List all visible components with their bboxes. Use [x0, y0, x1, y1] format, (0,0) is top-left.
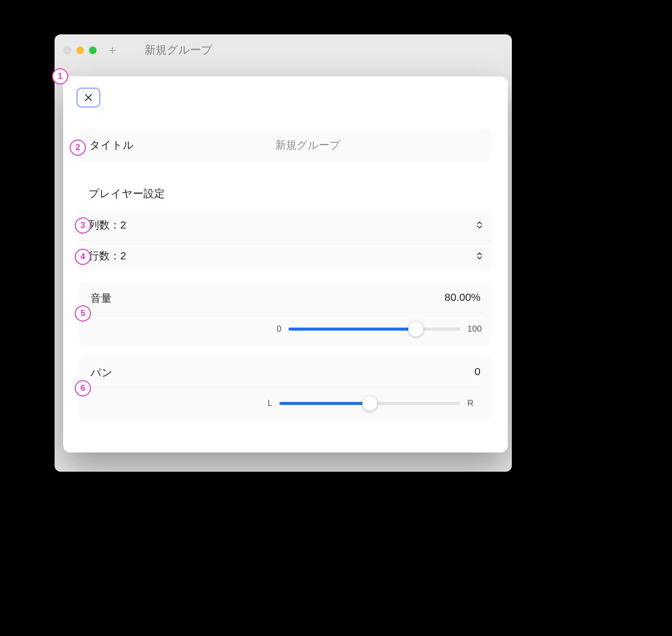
chevron-up-icon — [476, 252, 483, 256]
annotation-5: 5 — [75, 305, 91, 322]
volume-label: 音量 — [90, 291, 112, 305]
pan-right-label: R — [467, 398, 483, 408]
chevron-down-icon — [476, 225, 483, 229]
volume-card: 音量 80.00% 0 100 — [79, 282, 492, 345]
pan-value: 0 — [474, 366, 481, 380]
pan-slider[interactable] — [279, 402, 460, 405]
columns-label: 列数：2 — [88, 218, 126, 232]
title-label: タイトル — [89, 138, 134, 152]
volume-min-label: 0 — [274, 324, 281, 334]
annotation-4: 4 — [75, 249, 91, 265]
rows-stepper[interactable]: 行数：2 — [79, 240, 492, 271]
volume-max-label: 100 — [467, 324, 483, 334]
minimize-window-icon[interactable] — [76, 47, 84, 54]
titlebar: + 新規グループ — [55, 34, 512, 66]
add-button[interactable]: + — [109, 42, 116, 58]
layout-card: 列数：2 行数：2 — [79, 210, 492, 271]
slider-fill — [289, 328, 416, 331]
volume-slider[interactable] — [289, 328, 460, 331]
annotation-6: 6 — [75, 380, 91, 396]
close-button[interactable] — [76, 87, 101, 108]
traffic-lights — [64, 47, 97, 54]
close-icon — [83, 93, 93, 103]
player-settings-heading: プレイヤー設定 — [88, 187, 492, 201]
pan-left-label: L — [265, 398, 272, 408]
window-title: 新規グループ — [145, 42, 213, 58]
zoom-window-icon[interactable] — [89, 47, 97, 54]
close-window-icon[interactable] — [64, 47, 71, 54]
chevron-up-icon — [476, 221, 483, 225]
settings-modal: タイトル 新規グループ プレイヤー設定 列数：2 行数：2 音量 80.00% … — [63, 76, 508, 452]
title-row[interactable]: タイトル 新規グループ — [79, 129, 492, 161]
slider-thumb-icon[interactable] — [362, 396, 377, 411]
annotation-3: 3 — [75, 217, 91, 234]
slider-fill — [279, 402, 370, 405]
pan-label: パン — [90, 366, 113, 380]
volume-value: 80.00% — [445, 291, 481, 305]
stepper-control-icon[interactable] — [476, 252, 483, 260]
rows-label: 行数：2 — [88, 249, 126, 263]
stepper-control-icon[interactable] — [476, 221, 483, 229]
annotation-1: 1 — [52, 68, 68, 84]
annotation-2: 2 — [70, 140, 86, 156]
slider-thumb-icon[interactable] — [408, 322, 423, 337]
title-value: 新規グループ — [134, 138, 482, 152]
chevron-down-icon — [476, 256, 483, 260]
pan-card: パン 0 L R — [79, 356, 492, 420]
columns-stepper[interactable]: 列数：2 — [79, 210, 492, 240]
